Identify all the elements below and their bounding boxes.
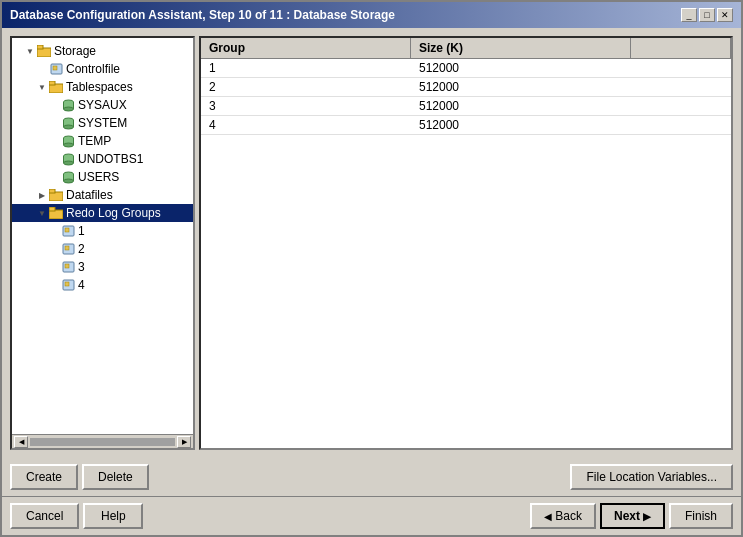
expand-icon-datafiles: ▶ (36, 189, 48, 201)
title-bar: Database Configuration Assistant, Step 1… (2, 2, 741, 28)
cell-extra-1 (631, 59, 731, 77)
node-icon-rlog2 (60, 242, 76, 256)
maximize-button[interactable]: □ (699, 8, 715, 22)
expand-icon-controlfile (36, 63, 48, 75)
main-content: ▼ Storage (2, 28, 741, 458)
svg-rect-42 (65, 282, 69, 286)
tree-label-redo-log-groups: Redo Log Groups (66, 206, 161, 220)
expand-icon-users (48, 171, 60, 183)
folder-icon-datafiles (48, 188, 64, 202)
table-row[interactable]: 1 512000 (201, 59, 731, 78)
tree-label-controlfile: Controlfile (66, 62, 120, 76)
table-panel: Group Size (K) 1 512000 2 512000 3 51200… (199, 36, 733, 450)
table-row[interactable]: 4 512000 (201, 116, 731, 135)
footer-right-buttons: ◀ Back Next ▶ Finish (530, 503, 733, 529)
tree-item-rlog2[interactable]: 2 (12, 240, 193, 258)
delete-button[interactable]: Delete (82, 464, 149, 490)
tree-item-system[interactable]: SYSTEM (12, 114, 193, 132)
tree-item-tablespaces[interactable]: ▼ Tablespaces (12, 78, 193, 96)
svg-rect-5 (49, 81, 55, 85)
cell-group-2: 2 (201, 78, 411, 96)
next-arrow-icon: ▶ (643, 511, 651, 522)
node-icon-rlog3 (60, 260, 76, 274)
table-row[interactable]: 3 512000 (201, 97, 731, 116)
tree-label-users: USERS (78, 170, 119, 184)
expand-icon-rlog2 (48, 243, 60, 255)
bottom-left-buttons: Create Delete (10, 464, 149, 490)
cell-extra-4 (631, 116, 731, 134)
tree-label-datafiles: Datafiles (66, 188, 113, 202)
tree-item-datafiles[interactable]: ▶ Datafiles (12, 186, 193, 204)
h-scrollbar[interactable]: ◀ ▶ (12, 434, 193, 448)
cyl-icon-system (60, 116, 76, 130)
bottom-bar: Create Delete File Location Variables... (2, 458, 741, 496)
finish-button[interactable]: Finish (669, 503, 733, 529)
tree-item-redo-log-groups[interactable]: ▼ Redo Log Groups (12, 204, 193, 222)
cell-size-1: 512000 (411, 59, 631, 77)
file-location-button[interactable]: File Location Variables... (570, 464, 733, 490)
tree-container: ▼ Storage (12, 38, 193, 434)
bottom-right-buttons: File Location Variables... (570, 464, 733, 490)
back-label: Back (555, 509, 582, 523)
col-header-size: Size (K) (411, 38, 631, 58)
svg-point-10 (63, 107, 73, 111)
cyl-icon-users (60, 170, 76, 184)
svg-rect-36 (65, 228, 69, 232)
main-window: Database Configuration Assistant, Step 1… (0, 0, 743, 537)
back-button[interactable]: ◀ Back (530, 503, 596, 529)
svg-point-25 (63, 161, 73, 165)
table-body: 1 512000 2 512000 3 512000 4 512000 (201, 59, 731, 448)
tree-label-system: SYSTEM (78, 116, 127, 130)
table-header: Group Size (K) (201, 38, 731, 59)
tree-label-temp: TEMP (78, 134, 111, 148)
cell-size-4: 512000 (411, 116, 631, 134)
tree-item-undotbs1[interactable]: UNDOTBS1 (12, 150, 193, 168)
node-icon-rlog1 (60, 224, 76, 238)
svg-rect-34 (49, 207, 55, 211)
create-button[interactable]: Create (10, 464, 78, 490)
tree-item-controlfile[interactable]: Controlfile (12, 60, 193, 78)
tree-label-rlog2: 2 (78, 242, 85, 256)
expand-icon-rlog1 (48, 225, 60, 237)
svg-rect-32 (49, 189, 55, 193)
expand-icon-rlog4 (48, 279, 60, 291)
svg-rect-1 (37, 45, 43, 49)
window-title: Database Configuration Assistant, Step 1… (10, 8, 395, 22)
scroll-left-btn[interactable]: ◀ (14, 436, 28, 448)
tree-item-users[interactable]: USERS (12, 168, 193, 186)
node-icon-controlfile (48, 62, 64, 76)
cell-extra-2 (631, 78, 731, 96)
tree-item-rlog1[interactable]: 1 (12, 222, 193, 240)
close-button[interactable]: ✕ (717, 8, 733, 22)
scroll-right-btn[interactable]: ▶ (177, 436, 191, 448)
tree-item-temp[interactable]: TEMP (12, 132, 193, 150)
next-button[interactable]: Next ▶ (600, 503, 665, 529)
expand-icon-sysaux (48, 99, 60, 111)
expand-icon-tablespaces: ▼ (36, 81, 48, 93)
footer-left-buttons: Cancel Help (10, 503, 143, 529)
folder-icon-storage (36, 44, 52, 58)
title-bar-controls: _ □ ✕ (681, 8, 733, 22)
tree-item-rlog4[interactable]: 4 (12, 276, 193, 294)
minimize-button[interactable]: _ (681, 8, 697, 22)
tree-item-storage[interactable]: ▼ Storage (12, 42, 193, 60)
svg-point-20 (63, 143, 73, 147)
tree-label-rlog3: 3 (78, 260, 85, 274)
tree-item-sysaux[interactable]: SYSAUX (12, 96, 193, 114)
cell-group-4: 4 (201, 116, 411, 134)
cell-size-3: 512000 (411, 97, 631, 115)
cancel-button[interactable]: Cancel (10, 503, 79, 529)
cyl-icon-sysaux (60, 98, 76, 112)
tree-label-rlog4: 4 (78, 278, 85, 292)
cell-size-2: 512000 (411, 78, 631, 96)
tree-item-rlog3[interactable]: 3 (12, 258, 193, 276)
expand-icon-redo-log-groups: ▼ (36, 207, 48, 219)
help-button[interactable]: Help (83, 503, 143, 529)
table-row[interactable]: 2 512000 (201, 78, 731, 97)
scroll-track[interactable] (30, 438, 175, 446)
cell-extra-3 (631, 97, 731, 115)
cyl-icon-undotbs1 (60, 152, 76, 166)
tree-label-rlog1: 1 (78, 224, 85, 238)
cell-group-3: 3 (201, 97, 411, 115)
expand-icon-undotbs1 (48, 153, 60, 165)
